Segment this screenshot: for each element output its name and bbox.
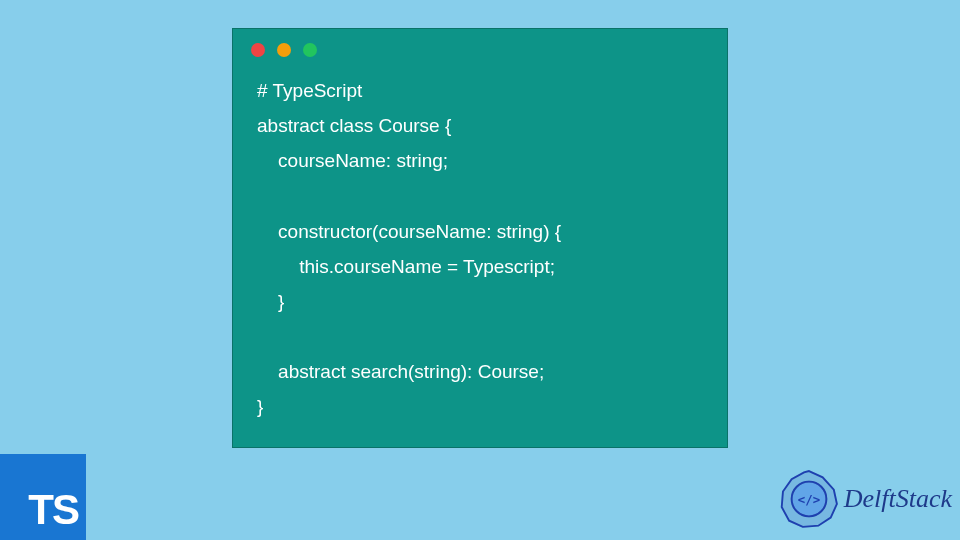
code-block: # TypeScript abstract class Course { cou…: [233, 63, 727, 444]
delftstack-brand: </> DelftStack: [778, 468, 952, 530]
minimize-icon: [277, 43, 291, 57]
code-window: # TypeScript abstract class Course { cou…: [232, 28, 728, 448]
maximize-icon: [303, 43, 317, 57]
delftstack-logo-icon: </>: [778, 468, 840, 530]
typescript-logo: TS: [0, 454, 86, 540]
window-titlebar: [233, 29, 727, 63]
svg-text:</>: </>: [798, 492, 820, 507]
delftstack-brand-text: DelftStack: [844, 484, 952, 514]
close-icon: [251, 43, 265, 57]
typescript-logo-text: TS: [28, 486, 78, 534]
